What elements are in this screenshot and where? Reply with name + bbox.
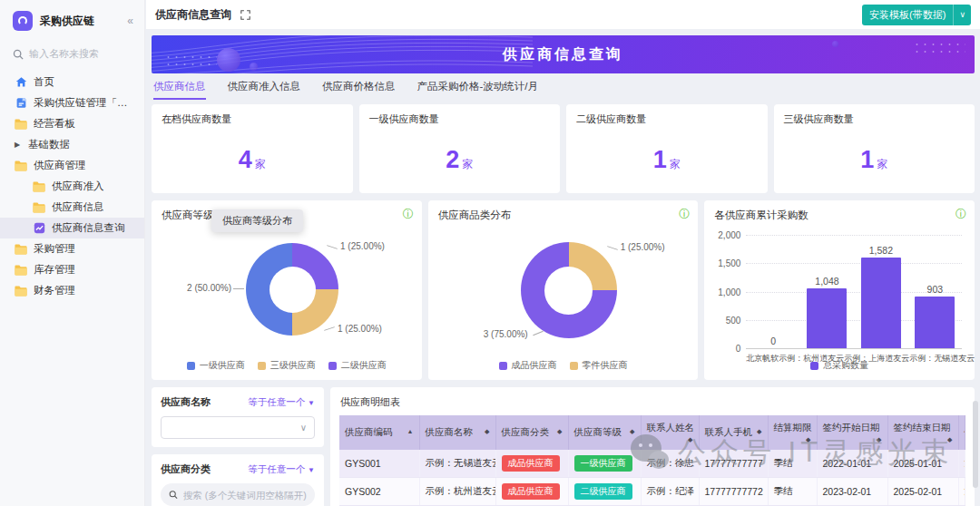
supplier-name-select[interactable]: ∨ <box>161 416 315 439</box>
level-donut-chart[interactable] <box>246 243 338 336</box>
sidebar-item-finance-mgmt[interactable]: 财务管理 <box>0 280 144 301</box>
fullscreen-icon[interactable] <box>240 10 250 20</box>
table-row[interactable]: GYS001示例：无锡道友云 成品供应商 一级供应商 示例：徐忠17777777… <box>339 450 965 478</box>
bar-slot[interactable]: 903 <box>908 235 962 348</box>
category-search-input[interactable] <box>183 490 307 501</box>
bar <box>861 258 901 348</box>
sort-icon: ◆ <box>485 428 489 435</box>
pie-label: 1 (25.00%) <box>621 242 665 252</box>
y-axis-tick: 0 <box>704 344 740 354</box>
vertical-scrollbar[interactable] <box>973 401 978 488</box>
info-icon[interactable]: ⓘ <box>403 207 414 222</box>
stat-cards-row: 在档供应商数量 4家 一级供应商数量 2家 二级供应商数量 1家 三级供应商数量… <box>152 104 975 193</box>
tab-product-price-stats[interactable]: 产品采购价格-波动统计/月 <box>417 75 539 100</box>
folder-icon <box>15 264 27 277</box>
sort-icon: ◆ <box>557 428 562 435</box>
bar-slot[interactable]: 1,048 <box>800 235 854 348</box>
install-template-button[interactable]: 安装模板(带数据) ∨ <box>862 5 971 25</box>
sidebar-item-home[interactable]: 首页 <box>0 72 144 92</box>
bottom-section: 供应商名称 等于任意一个 ▼ ∨ 供应商分类 等于任意一个 ▼ <box>152 387 975 506</box>
leader-line <box>324 326 335 331</box>
filter-supplier-name: 供应商名称 等于任意一个 ▼ ∨ <box>152 387 324 447</box>
col-header-name[interactable]: 供应商名称◆ <box>419 415 495 450</box>
folder-icon <box>15 160 27 172</box>
banner-circle-decoration <box>217 48 240 72</box>
sidebar-item-supplier-mgmt[interactable]: 供应商管理 <box>0 155 144 176</box>
charts-row: 供应商等级分布 ⓘ 供应商等级分布 1 (25.00%) 2 (50.00%) … <box>152 200 975 380</box>
col-header-end[interactable]: 签约结束日期◆ <box>887 415 958 450</box>
y-axis-tick: 1,000 <box>704 287 740 297</box>
chart-supplier-level-distribution: 供应商等级分布 ⓘ 供应商等级分布 1 (25.00%) 2 (50.00%) … <box>152 200 422 380</box>
info-icon[interactable]: ⓘ <box>679 207 690 222</box>
stat-card-total-suppliers: 在档供应商数量 4家 <box>152 104 353 193</box>
tab-supplier-price-info[interactable]: 供应商价格信息 <box>322 75 396 100</box>
sort-asc-icon: ▲ <box>407 428 414 434</box>
sidebar-item-inventory-mgmt[interactable]: 库存管理 <box>0 259 144 280</box>
category-badge: 成品供应商 <box>502 455 560 472</box>
bar-slot[interactable]: 1,582 <box>854 235 907 348</box>
chart-tooltip: 供应商等级分布 <box>211 209 303 232</box>
sidebar-collapse-icon[interactable]: « <box>127 15 133 27</box>
sidebar-item-basic-data[interactable]: ▶ 基础数据 <box>0 134 144 155</box>
col-header-category[interactable]: 供应商分类◆ <box>495 415 568 450</box>
legend-item[interactable]: 零件供应商 <box>570 359 628 372</box>
caret-right-icon: ▶ <box>15 141 22 149</box>
supplier-table-card: 供应商明细表 供应商编码▲ 供应商名称◆ 供应商分类◆ <box>330 387 975 506</box>
sort-icon: ◆ <box>688 436 692 443</box>
sort-icon: ◆ <box>877 436 881 443</box>
leader-line <box>327 245 338 249</box>
content: 供应商信息查询 供应商信息 供应商准入信息 供应商价格信息 产品采购价格-波动统… <box>146 29 980 506</box>
page-title: 供应商信息查询 <box>155 7 231 23</box>
folder-icon <box>33 180 45 193</box>
tab-bar: 供应商信息 供应商准入信息 供应商价格信息 产品采购价格-波动统计/月 <box>153 75 973 100</box>
legend-item[interactable]: 三级供应商 <box>258 359 316 372</box>
filter-operator-dropdown[interactable]: 等于任意一个 ▼ <box>248 463 315 476</box>
col-header-address[interactable]: 供应商地址 <box>958 415 965 450</box>
search-icon <box>13 49 24 60</box>
category-donut-chart[interactable] <box>521 242 617 338</box>
level-badge: 二级供应商 <box>574 483 632 500</box>
sidebar-item-supplier-info[interactable]: 供应商信息 <box>0 197 144 218</box>
filter-operator-dropdown[interactable]: 等于任意一个 ▼ <box>248 396 315 409</box>
topbar: 供应商信息查询 安装模板(带数据) ∨ <box>146 0 980 29</box>
sidebar-item-purchase-mgmt[interactable]: 采购管理 <box>0 238 144 259</box>
banner-dots-decoration <box>913 41 965 55</box>
y-axis-tick: 2,000 <box>704 230 740 240</box>
bar-slot[interactable]: 0 <box>746 235 799 348</box>
sidebar-item-dashboard[interactable]: 经营看板 <box>0 113 144 134</box>
banner-circle-decoration <box>250 63 258 71</box>
sidebar-item-supplier-access[interactable]: 供应商准入 <box>0 176 144 197</box>
sidebar-search-input[interactable]: 输入名称来搜索 <box>0 40 144 72</box>
info-icon[interactable]: ⓘ <box>956 207 966 222</box>
legend-item[interactable]: 成品供应商 <box>499 359 557 372</box>
legend-item[interactable]: 总采购数量 <box>810 359 868 372</box>
banner: 供应商信息查询 <box>152 35 975 73</box>
banner-dots-decoration <box>164 54 217 68</box>
table-row[interactable]: GYS002示例：杭州道友云 成品供应商 二级供应商 示例：纪泽17777777… <box>339 478 965 506</box>
legend-item[interactable]: 二级供应商 <box>328 359 387 372</box>
supplier-table: 供应商编码▲ 供应商名称◆ 供应商分类◆ 供应商等级◆ 联系人姓名◆ 联系人手机… <box>339 415 965 506</box>
dropdown-caret-icon: ▼ <box>308 466 315 474</box>
col-header-contact[interactable]: 联系人姓名◆ <box>641 415 699 450</box>
tab-supplier-info[interactable]: 供应商信息 <box>153 75 206 100</box>
col-header-settle[interactable]: 结算期限◆ <box>768 415 817 450</box>
category-badge: 成品供应商 <box>502 483 560 500</box>
sidebar-item-supplier-query[interactable]: 供应商信息查询 <box>0 218 144 238</box>
pie-label: 3 (75.00%) <box>445 329 528 339</box>
col-header-start[interactable]: 签约开始日期◆ <box>817 415 887 450</box>
table-title: 供应商明细表 <box>340 395 965 409</box>
filter-column: 供应商名称 等于任意一个 ▼ ∨ 供应商分类 等于任意一个 ▼ <box>152 387 324 506</box>
stat-card-level1-suppliers: 一级供应商数量 2家 <box>359 104 561 193</box>
category-search-box[interactable] <box>161 483 315 506</box>
home-icon <box>15 76 27 89</box>
col-header-code[interactable]: 供应商编码▲ <box>339 415 419 450</box>
chevron-down-icon[interactable]: ∨ <box>953 5 971 25</box>
leader-line <box>233 288 244 289</box>
sidebar-item-manual[interactable]: 采购供应链管理「必看说明」 <box>0 92 144 113</box>
stat-card-level3-suppliers: 三级供应商数量 1家 <box>774 104 975 193</box>
legend-item[interactable]: 一级供应商 <box>187 359 245 372</box>
col-header-phone[interactable]: 联系人手机◆ <box>699 415 768 450</box>
sort-icon: ◆ <box>630 428 634 435</box>
tab-supplier-access-info[interactable]: 供应商准入信息 <box>228 75 301 100</box>
col-header-level[interactable]: 供应商等级◆ <box>568 415 641 450</box>
